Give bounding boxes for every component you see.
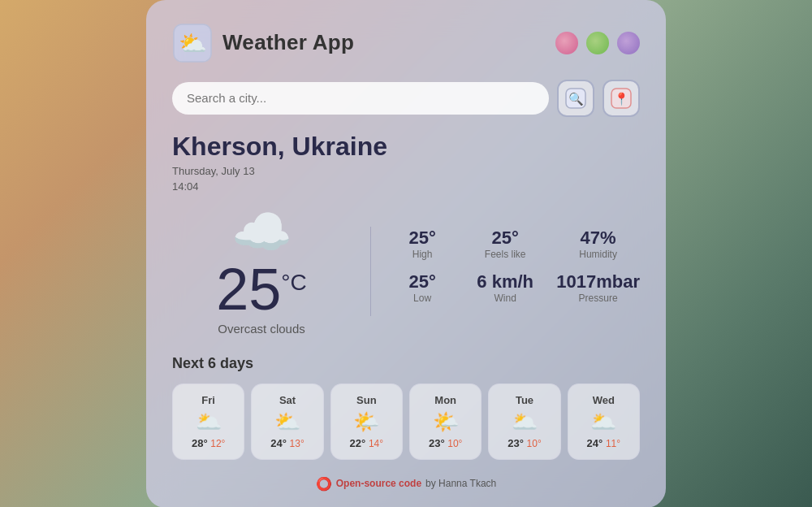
forecast-low: 13° — [290, 438, 304, 449]
svg-text:📍: 📍 — [614, 92, 629, 106]
pressure-label: Pressure — [579, 292, 618, 304]
forecast-card: Wed 🌥️ 24° 11° — [568, 384, 640, 460]
app-logo-icon: ⛅ — [172, 23, 213, 63]
forecast-temps: 28° 12° — [192, 437, 225, 449]
forecast-card: Fri 🌥️ 28° 12° — [172, 384, 244, 460]
forecast-day: Fri — [201, 394, 215, 406]
pressure-stat: 1017mbar Pressure — [556, 271, 640, 304]
forecast-high: 28° — [192, 437, 208, 449]
forecast-low: 12° — [210, 438, 225, 449]
low-label: Low — [413, 292, 431, 304]
temperature-unit: °C — [281, 260, 306, 296]
window-controls — [555, 32, 640, 54]
footer-author: by Hanna Tkach — [425, 478, 496, 489]
date-display: Thursday, July 13 — [172, 165, 255, 177]
open-source-link[interactable]: Open-source code — [336, 478, 421, 489]
app-title: Weather App — [222, 30, 354, 55]
forecast-temps: 24° 11° — [587, 437, 620, 449]
weather-left: ☁️ 25 °C Overcast clouds — [172, 208, 351, 336]
forecast-card: Sat ⛅ 24° 13° — [251, 384, 323, 460]
weather-stats: 25° High 25° Feels like 47% Humidity 25°… — [391, 228, 640, 316]
date-time: Thursday, July 13 14:04 — [172, 163, 640, 195]
location-pin-icon: 📍 — [611, 88, 632, 109]
forecast-card: Sun 🌤️ 22° 14° — [330, 384, 403, 460]
forecast-weather-icon: 🌥️ — [512, 411, 538, 432]
location-pin-button[interactable]: 📍 — [603, 80, 640, 117]
wind-stat: 6 km/h Wind — [473, 271, 537, 304]
low-value: 25° — [408, 271, 435, 292]
window-close-button[interactable] — [555, 32, 578, 54]
forecast-high: 23° — [429, 437, 445, 449]
forecast-high: 24° — [587, 437, 603, 449]
city-name: Kherson, Ukraine — [172, 132, 640, 162]
temperature-display: 25 °C — [216, 260, 307, 318]
feels-like-value: 25° — [492, 228, 519, 249]
forecast-high: 23° — [508, 437, 524, 449]
stats-divider — [370, 227, 371, 316]
high-label: High — [412, 249, 433, 260]
forecast-day: Wed — [593, 394, 615, 406]
forecast-weather-icon: 🌥️ — [590, 411, 616, 432]
forecast-title: Next 6 days — [172, 355, 640, 372]
map-search-icon: 🔍 — [565, 88, 586, 109]
wind-value: 6 km/h — [477, 271, 533, 292]
forecast-low: 11° — [606, 438, 620, 449]
humidity-value: 47% — [581, 228, 616, 249]
forecast-high: 24° — [270, 437, 287, 449]
forecast-card: Mon 🌤️ 23° 10° — [409, 384, 482, 460]
high-value: 25° — [408, 228, 435, 249]
search-location-button[interactable]: 🔍 — [557, 80, 594, 117]
github-icon: ⭕ — [316, 476, 332, 492]
forecast-low: 10° — [447, 438, 462, 449]
svg-text:⛅: ⛅ — [179, 30, 207, 57]
feels-like-label: Feels like — [485, 249, 526, 260]
forecast-temps: 22° 14° — [350, 437, 383, 449]
forecast-weather-icon: 🌤️ — [433, 411, 459, 432]
forecast-weather-icon: 🌤️ — [353, 411, 379, 432]
forecast-day: Sat — [279, 394, 296, 406]
humidity-stat: 47% Humidity — [556, 228, 640, 260]
header: ⛅ Weather App — [172, 23, 640, 63]
wind-label: Wind — [495, 292, 516, 304]
temperature-value: 25 — [216, 260, 281, 318]
forecast-high: 22° — [350, 437, 366, 449]
forecast-weather-icon: ⛅ — [274, 411, 300, 432]
time-display: 14:04 — [172, 180, 199, 193]
high-stat: 25° High — [391, 228, 454, 260]
low-stat: 25° Low — [391, 271, 454, 304]
weather-condition: Overcast clouds — [218, 322, 305, 336]
forecast-day: Sun — [356, 394, 377, 406]
forecast-low: 10° — [527, 438, 542, 449]
weather-icon: ☁️ — [231, 208, 292, 257]
pressure-value: 1017mbar — [556, 271, 640, 292]
logo-area: ⛅ Weather App — [172, 23, 354, 63]
forecast-temps: 23° 10° — [508, 437, 541, 449]
app-container: ⛅ Weather App 🔍 📍 Kherson, Ukraine T — [146, 0, 666, 507]
forecast-grid: Fri 🌥️ 28° 12° Sat ⛅ 24° 13° Sun 🌤️ 22° … — [172, 384, 640, 460]
footer: ⭕ Open-source code by Hanna Tkach — [172, 476, 640, 492]
feels-like-stat: 25° Feels like — [473, 228, 537, 260]
forecast-temps: 23° 10° — [429, 437, 462, 449]
forecast-day: Mon — [434, 394, 456, 406]
forecast-temps: 24° 13° — [270, 437, 304, 449]
window-expand-button[interactable] — [617, 32, 640, 54]
svg-text:🔍: 🔍 — [568, 92, 584, 106]
humidity-label: Humidity — [579, 249, 617, 260]
forecast-day: Tue — [516, 394, 533, 406]
search-area: 🔍 📍 — [172, 80, 640, 117]
forecast-weather-icon: 🌥️ — [196, 411, 222, 432]
window-minimize-button[interactable] — [586, 32, 609, 54]
forecast-card: Tue 🌥️ 23° 10° — [488, 384, 560, 460]
forecast-low: 14° — [369, 438, 383, 449]
search-input[interactable] — [172, 82, 549, 115]
weather-main: ☁️ 25 °C Overcast clouds 25° High 25° Fe… — [172, 208, 640, 336]
